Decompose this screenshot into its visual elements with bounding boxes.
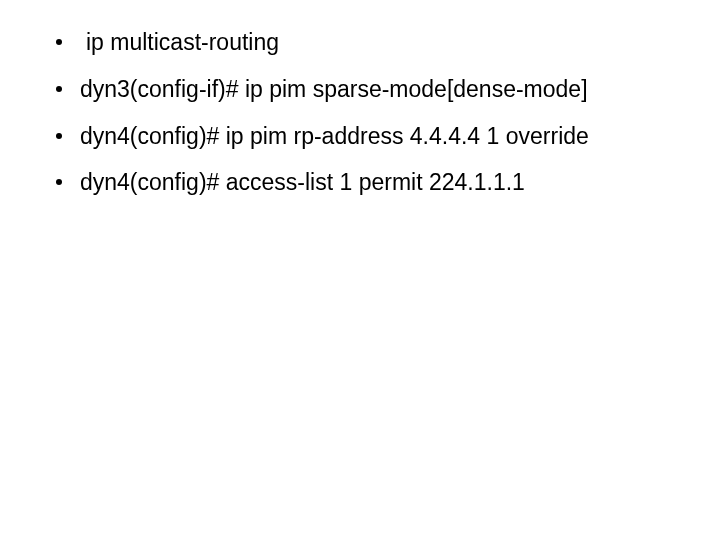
- list-item: dyn4(config)# ip pim rp-address 4.4.4.4 …: [50, 122, 670, 151]
- list-item: dyn3(config-if)# ip pim sparse-mode[dens…: [50, 75, 670, 104]
- list-item: dyn4(config)# access-list 1 permit 224.1…: [50, 168, 670, 197]
- bullet-list: ip multicast-routing dyn3(config-if)# ip…: [50, 28, 670, 197]
- list-item-text: dyn3(config-if)# ip pim sparse-mode[dens…: [80, 76, 588, 102]
- list-item-text: dyn4(config)# access-list 1 permit 224.1…: [80, 169, 525, 195]
- list-item: ip multicast-routing: [50, 28, 670, 57]
- list-item-text: dyn4(config)# ip pim rp-address 4.4.4.4 …: [80, 123, 589, 149]
- list-item-text: ip multicast-routing: [80, 28, 279, 57]
